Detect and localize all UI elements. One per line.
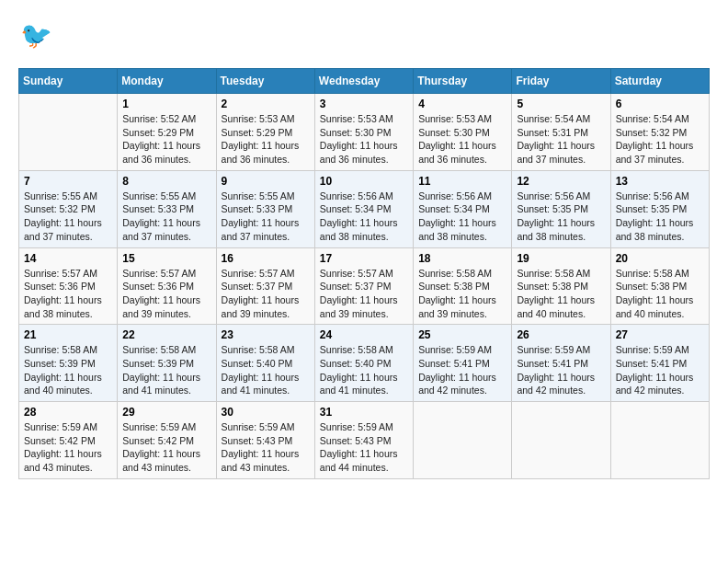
day-content: Sunrise: 5:57 AMSunset: 5:36 PMDaylight:… bbox=[122, 267, 210, 321]
calendar-cell: 9Sunrise: 5:55 AMSunset: 5:33 PMDaylight… bbox=[216, 170, 314, 247]
header-cell-sunday: Sunday bbox=[19, 69, 118, 94]
calendar-cell: 14Sunrise: 5:57 AMSunset: 5:36 PMDayligh… bbox=[19, 247, 118, 325]
calendar-cell: 10Sunrise: 5:56 AMSunset: 5:34 PMDayligh… bbox=[314, 170, 413, 247]
day-number: 6 bbox=[616, 98, 704, 110]
day-content: Sunrise: 5:59 AMSunset: 5:42 PMDaylight:… bbox=[122, 420, 210, 475]
day-content: Sunrise: 5:56 AMSunset: 5:34 PMDaylight:… bbox=[320, 190, 408, 244]
day-number: 7 bbox=[24, 175, 112, 188]
day-content: Sunrise: 5:57 AMSunset: 5:36 PMDaylight:… bbox=[24, 267, 112, 321]
calendar-cell: 2Sunrise: 5:53 AMSunset: 5:29 PMDaylight… bbox=[216, 94, 314, 171]
calendar-cell: 13Sunrise: 5:56 AMSunset: 5:35 PMDayligh… bbox=[610, 170, 709, 247]
day-content: Sunrise: 5:55 AMSunset: 5:32 PMDaylight:… bbox=[24, 190, 112, 244]
day-content: Sunrise: 5:59 AMSunset: 5:41 PMDaylight:… bbox=[517, 343, 605, 397]
header-row: SundayMondayTuesdayWednesdayThursdayFrid… bbox=[19, 69, 710, 94]
day-content: Sunrise: 5:59 AMSunset: 5:43 PMDaylight:… bbox=[222, 420, 310, 475]
header-cell-saturday: Saturday bbox=[610, 69, 709, 94]
week-row-3: 14Sunrise: 5:57 AMSunset: 5:36 PMDayligh… bbox=[19, 247, 710, 325]
day-content: Sunrise: 5:58 AMSunset: 5:38 PMDaylight:… bbox=[616, 267, 704, 321]
calendar-cell: 8Sunrise: 5:55 AMSunset: 5:33 PMDaylight… bbox=[118, 170, 216, 247]
header-cell-tuesday: Tuesday bbox=[216, 69, 314, 94]
day-content: Sunrise: 5:53 AMSunset: 5:29 PMDaylight:… bbox=[222, 112, 310, 167]
day-number: 19 bbox=[517, 252, 605, 265]
calendar-cell: 22Sunrise: 5:58 AMSunset: 5:39 PMDayligh… bbox=[118, 325, 216, 402]
day-content: Sunrise: 5:59 AMSunset: 5:42 PMDaylight:… bbox=[24, 420, 112, 475]
calendar-cell: 5Sunrise: 5:54 AMSunset: 5:31 PMDaylight… bbox=[512, 94, 610, 171]
week-row-1: 1Sunrise: 5:52 AMSunset: 5:29 PMDaylight… bbox=[19, 94, 710, 171]
day-number: 14 bbox=[24, 252, 112, 265]
calendar-cell: 6Sunrise: 5:54 AMSunset: 5:32 PMDaylight… bbox=[610, 94, 709, 171]
calendar-cell: 17Sunrise: 5:57 AMSunset: 5:37 PMDayligh… bbox=[314, 247, 413, 325]
calendar-cell: 24Sunrise: 5:58 AMSunset: 5:40 PMDayligh… bbox=[314, 325, 413, 402]
calendar-cell: 15Sunrise: 5:57 AMSunset: 5:36 PMDayligh… bbox=[118, 247, 216, 325]
svg-text:🐦: 🐦 bbox=[20, 20, 52, 51]
day-number: 21 bbox=[24, 328, 112, 341]
header-cell-wednesday: Wednesday bbox=[314, 69, 413, 94]
week-row-5: 28Sunrise: 5:59 AMSunset: 5:42 PMDayligh… bbox=[19, 402, 710, 479]
day-content: Sunrise: 5:56 AMSunset: 5:34 PMDaylight:… bbox=[418, 190, 506, 244]
day-number: 9 bbox=[222, 175, 310, 188]
day-number: 2 bbox=[222, 98, 310, 110]
day-number: 5 bbox=[517, 98, 605, 110]
header-cell-monday: Monday bbox=[118, 69, 216, 94]
day-number: 25 bbox=[418, 328, 506, 341]
day-number: 24 bbox=[320, 328, 408, 341]
day-number: 10 bbox=[320, 175, 408, 188]
day-content: Sunrise: 5:59 AMSunset: 5:41 PMDaylight:… bbox=[616, 343, 704, 397]
day-number: 22 bbox=[122, 328, 210, 341]
day-number: 27 bbox=[616, 328, 704, 341]
header-cell-thursday: Thursday bbox=[414, 69, 512, 94]
day-number: 13 bbox=[616, 175, 704, 188]
day-number: 18 bbox=[418, 252, 506, 265]
day-content: Sunrise: 5:53 AMSunset: 5:30 PMDaylight:… bbox=[418, 112, 506, 167]
day-content: Sunrise: 5:55 AMSunset: 5:33 PMDaylight:… bbox=[222, 190, 310, 244]
header-cell-friday: Friday bbox=[512, 69, 610, 94]
day-number: 4 bbox=[418, 98, 506, 110]
day-content: Sunrise: 5:52 AMSunset: 5:29 PMDaylight:… bbox=[122, 112, 210, 167]
day-content: Sunrise: 5:57 AMSunset: 5:37 PMDaylight:… bbox=[222, 267, 310, 321]
day-content: Sunrise: 5:54 AMSunset: 5:32 PMDaylight:… bbox=[616, 112, 704, 167]
calendar-cell: 25Sunrise: 5:59 AMSunset: 5:41 PMDayligh… bbox=[414, 325, 512, 402]
day-content: Sunrise: 5:53 AMSunset: 5:30 PMDaylight:… bbox=[320, 112, 408, 167]
day-number: 17 bbox=[320, 252, 408, 265]
page-header: 🐦 bbox=[18, 18, 710, 53]
calendar-table: SundayMondayTuesdayWednesdayThursdayFrid… bbox=[18, 68, 710, 479]
calendar-cell: 18Sunrise: 5:58 AMSunset: 5:38 PMDayligh… bbox=[414, 247, 512, 325]
day-number: 28 bbox=[24, 406, 112, 419]
week-row-2: 7Sunrise: 5:55 AMSunset: 5:32 PMDaylight… bbox=[19, 170, 710, 247]
calendar-cell: 23Sunrise: 5:58 AMSunset: 5:40 PMDayligh… bbox=[216, 325, 314, 402]
calendar-cell: 16Sunrise: 5:57 AMSunset: 5:37 PMDayligh… bbox=[216, 247, 314, 325]
calendar-cell: 11Sunrise: 5:56 AMSunset: 5:34 PMDayligh… bbox=[414, 170, 512, 247]
day-content: Sunrise: 5:58 AMSunset: 5:39 PMDaylight:… bbox=[24, 343, 112, 397]
day-number: 23 bbox=[222, 328, 310, 341]
calendar-header: SundayMondayTuesdayWednesdayThursdayFrid… bbox=[19, 69, 710, 94]
day-content: Sunrise: 5:57 AMSunset: 5:37 PMDaylight:… bbox=[320, 267, 408, 321]
day-number: 8 bbox=[122, 175, 210, 188]
calendar-body: 1Sunrise: 5:52 AMSunset: 5:29 PMDaylight… bbox=[19, 94, 710, 479]
day-number: 11 bbox=[418, 175, 506, 188]
day-content: Sunrise: 5:58 AMSunset: 5:38 PMDaylight:… bbox=[517, 267, 605, 321]
day-number: 26 bbox=[517, 328, 605, 341]
day-content: Sunrise: 5:58 AMSunset: 5:40 PMDaylight:… bbox=[320, 343, 408, 397]
day-content: Sunrise: 5:56 AMSunset: 5:35 PMDaylight:… bbox=[616, 190, 704, 244]
calendar-cell: 19Sunrise: 5:58 AMSunset: 5:38 PMDayligh… bbox=[512, 247, 610, 325]
day-number: 15 bbox=[122, 252, 210, 265]
day-content: Sunrise: 5:58 AMSunset: 5:40 PMDaylight:… bbox=[222, 343, 310, 397]
calendar-cell: 12Sunrise: 5:56 AMSunset: 5:35 PMDayligh… bbox=[512, 170, 610, 247]
day-number: 20 bbox=[616, 252, 704, 265]
week-row-4: 21Sunrise: 5:58 AMSunset: 5:39 PMDayligh… bbox=[19, 325, 710, 402]
calendar-cell: 28Sunrise: 5:59 AMSunset: 5:42 PMDayligh… bbox=[19, 402, 118, 479]
calendar-cell: 27Sunrise: 5:59 AMSunset: 5:41 PMDayligh… bbox=[610, 325, 709, 402]
calendar-cell bbox=[610, 402, 709, 479]
day-number: 3 bbox=[320, 98, 408, 110]
calendar-cell bbox=[414, 402, 512, 479]
day-number: 1 bbox=[122, 98, 210, 110]
calendar-cell bbox=[512, 402, 610, 479]
calendar-cell bbox=[19, 94, 118, 171]
calendar-cell: 31Sunrise: 5:59 AMSunset: 5:43 PMDayligh… bbox=[314, 402, 413, 479]
day-number: 30 bbox=[222, 406, 310, 419]
day-number: 29 bbox=[122, 406, 210, 419]
calendar-cell: 7Sunrise: 5:55 AMSunset: 5:32 PMDaylight… bbox=[19, 170, 118, 247]
day-content: Sunrise: 5:59 AMSunset: 5:43 PMDaylight:… bbox=[320, 420, 408, 475]
logo: 🐦 bbox=[18, 18, 57, 53]
day-number: 31 bbox=[320, 406, 408, 419]
